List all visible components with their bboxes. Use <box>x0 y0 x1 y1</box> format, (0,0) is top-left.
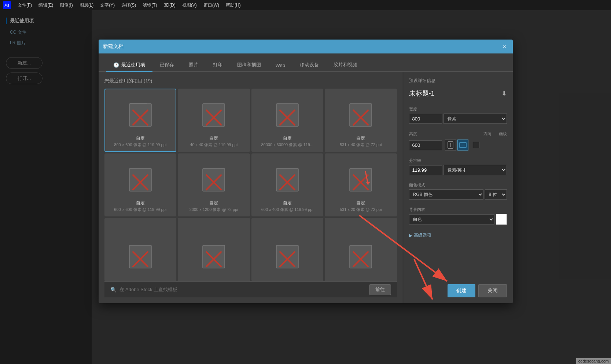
doc-desc-1: 40 x 40 像素 @ 119.99 ppi <box>190 142 238 147</box>
svg-rect-34 <box>276 245 298 268</box>
doc-desc-5: 2000 x 1200 像素 @ 72 ppi <box>189 207 238 212</box>
doc-icon-5 <box>201 168 227 197</box>
advanced-options[interactable]: ▶ 高级选项 <box>409 232 507 238</box>
doc-icon-0 <box>128 103 153 132</box>
new-document-dialog: 新建文档 × 🕐 最近使用项 已保存 照片 打印 图稿和 <box>99 40 513 303</box>
chevron-right-icon: ▶ <box>409 233 412 238</box>
dialog-title: 新建文档 <box>103 43 124 50</box>
color-mode-field-group: 颜色模式 RGB 颜色 8 位 <box>409 182 507 200</box>
menu-select[interactable]: 选择(S) <box>118 1 139 9</box>
doc-item-9[interactable] <box>178 218 250 281</box>
tab-web[interactable]: Web <box>268 60 293 72</box>
resolution-unit-select[interactable]: 像素/英寸 <box>443 165 507 175</box>
dialog-left-panel: 您最近使用的项目 (19) <box>99 72 403 303</box>
doc-icon-9 <box>201 245 227 274</box>
artboard-checkbox[interactable] <box>473 142 479 148</box>
tab-artwork[interactable]: 图稿和插图 <box>230 59 268 72</box>
doc-item-10[interactable] <box>251 218 324 281</box>
tab-mobile[interactable]: 移动设备 <box>292 59 326 72</box>
resolution-input[interactable] <box>409 165 442 175</box>
bg-color-swatch[interactable] <box>496 214 507 225</box>
doc-icon-11 <box>348 245 373 274</box>
tab-film[interactable]: 胶片和视频 <box>326 59 365 72</box>
dialog-tabs: 🕐 最近使用项 已保存 照片 打印 图稿和插图 Web <box>99 53 513 72</box>
menu-3d[interactable]: 3D(D) <box>161 2 178 8</box>
color-mode-label: 颜色模式 <box>409 182 507 188</box>
color-depth-select[interactable]: 8 位 <box>485 189 507 200</box>
doc-name-2: 自定 <box>283 135 292 141</box>
bg-content-select[interactable]: 白色 <box>409 214 494 224</box>
bg-content-label: 背景内容 <box>409 207 507 212</box>
menu-view[interactable]: 视图(V) <box>179 1 200 9</box>
tab-saved[interactable]: 已保存 <box>152 59 181 72</box>
menu-filter[interactable]: 滤镜(T) <box>140 1 160 9</box>
doc-icon-8 <box>128 245 153 274</box>
doc-item-5[interactable]: 自定 2000 x 1200 像素 @ 72 ppi <box>178 153 250 217</box>
save-preset-icon[interactable]: ⬇ <box>501 89 507 97</box>
tab-print[interactable]: 打印 <box>206 59 230 72</box>
search-icon: 🔍 <box>110 287 117 293</box>
menu-help[interactable]: 帮助(H) <box>223 1 244 9</box>
svg-rect-14 <box>129 168 151 191</box>
dialog-right-panel: 预设详细信息 未标题-1 ⬇ 宽度 像素 <box>403 72 513 303</box>
artboard-label: 画板 <box>499 131 507 137</box>
close-button[interactable]: 关闭 <box>478 284 507 297</box>
svg-rect-11 <box>350 104 372 126</box>
menu-edit[interactable]: 编辑(E) <box>36 1 56 9</box>
menu-window[interactable]: 窗口(W) <box>200 1 222 9</box>
stock-search-input[interactable] <box>119 287 366 292</box>
svg-rect-31 <box>203 245 225 268</box>
height-label: 高度 <box>409 131 479 137</box>
color-mode-select[interactable]: RGB 颜色 <box>409 189 483 200</box>
dialog-footer: 创建 关闭 <box>409 280 507 297</box>
bg-content-field-group: 背景内容 白色 <box>409 207 507 225</box>
tab-recent[interactable]: 🕐 最近使用项 <box>106 59 152 72</box>
ps-logo: Ps <box>3 1 11 9</box>
height-input[interactable] <box>409 140 442 150</box>
dialog-search-bar: 🔍 前往 <box>104 281 397 297</box>
preset-title: 未标题-1 <box>409 89 435 98</box>
doc-item-2[interactable]: 自定 80000 x 60000 像素 @ 119... <box>251 89 324 152</box>
width-field-group: 宽度 像素 <box>409 107 507 124</box>
svg-rect-8 <box>276 104 298 126</box>
doc-name-4: 自定 <box>136 200 145 206</box>
menu-layer[interactable]: 图层(L) <box>77 1 97 9</box>
doc-name-5: 自定 <box>209 200 218 206</box>
doc-icon-1 <box>201 103 227 132</box>
resolution-label: 分辨率 <box>409 158 507 163</box>
doc-item-6[interactable]: 自定 600 x 400 像素 @ 119.99 ppi <box>251 153 324 217</box>
doc-item-0[interactable]: 自定 800 × 600 像素 @ 119.99 ppi <box>104 89 177 152</box>
doc-item-1[interactable]: 自定 40 x 40 像素 @ 119.99 ppi <box>178 89 250 152</box>
create-button[interactable]: 创建 <box>448 284 475 297</box>
menu-bar: Ps 文件(F) 编辑(E) 图像(I) 图层(L) 文字(Y) 选择(S) 滤… <box>0 0 611 10</box>
doc-item-7[interactable]: 自定 531 x 20 像素 @ 72 ppi <box>325 153 397 217</box>
width-unit-select[interactable]: 像素 <box>443 114 507 124</box>
doc-item-4[interactable]: 自定 600 × 600 像素 @ 119.99 ppi <box>104 153 177 217</box>
svg-rect-28 <box>129 245 151 268</box>
doc-item-11[interactable] <box>325 218 397 281</box>
width-input[interactable] <box>409 114 442 124</box>
doc-desc-0: 800 × 600 像素 @ 119.99 ppi <box>114 142 166 147</box>
dialog-body: 您最近使用的项目 (19) <box>99 72 513 303</box>
orientation-label: 方向 <box>483 131 492 137</box>
doc-icon-6 <box>275 168 300 197</box>
menu-file[interactable]: 文件(F) <box>15 1 35 9</box>
svg-rect-5 <box>203 104 225 126</box>
dialog-close-button[interactable]: × <box>501 43 508 50</box>
dialog-overlay: 新建文档 × 🕐 最近使用项 已保存 照片 打印 图稿和 <box>0 10 611 364</box>
dialog-titlebar: 新建文档 × <box>99 40 513 53</box>
workspace: 最近使用项 CC 文件 LR 照片 新建... 打开... 新建文档 × 🕐 最… <box>0 10 611 364</box>
doc-name-1: 自定 <box>209 135 218 141</box>
portrait-button[interactable] <box>445 140 456 151</box>
menu-image[interactable]: 图像(I) <box>57 1 76 9</box>
tab-photo[interactable]: 照片 <box>181 59 206 72</box>
doc-item-3[interactable]: 自定 531 x 40 像素 @ 72 ppi <box>325 89 397 152</box>
menu-text[interactable]: 文字(Y) <box>97 1 118 9</box>
landscape-button[interactable] <box>457 140 468 151</box>
doc-icon-2 <box>275 103 300 132</box>
doc-icon-10 <box>275 245 300 274</box>
doc-item-8[interactable] <box>104 218 177 281</box>
doc-desc-6: 600 x 400 像素 @ 119.99 ppi <box>261 207 313 212</box>
doc-icon-4 <box>128 168 153 197</box>
goto-button[interactable]: 前往 <box>369 284 391 295</box>
